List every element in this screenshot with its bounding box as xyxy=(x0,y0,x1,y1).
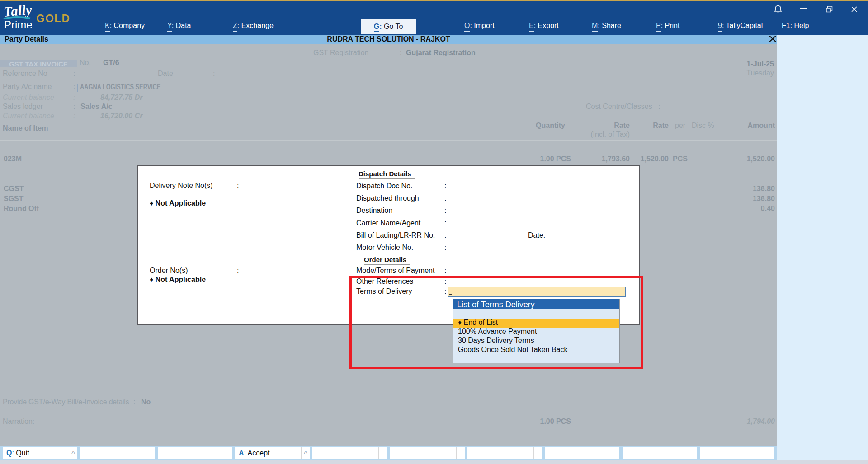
svg-text:Prime: Prime xyxy=(4,19,33,31)
svg-text:GOLD: GOLD xyxy=(36,12,70,24)
